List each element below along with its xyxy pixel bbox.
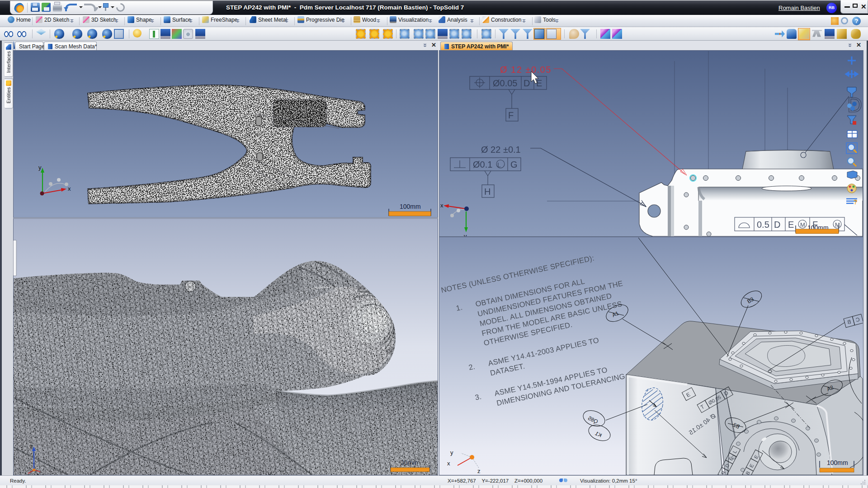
svg-text:L: L: [497, 161, 501, 169]
svg-text:0.5: 0.5: [757, 220, 769, 230]
svg-text:x: x: [447, 460, 450, 467]
svg-text:Ø0.05: Ø0.05: [493, 78, 517, 88]
svg-text:E: E: [788, 220, 794, 230]
svg-text:Ø 12 ±0.05: Ø 12 ±0.05: [500, 65, 552, 75]
svg-text:y: y: [38, 164, 42, 171]
svg-text:z: z: [477, 468, 481, 474]
svg-text:D: D: [524, 78, 530, 88]
svg-text:M: M: [800, 221, 805, 228]
svg-text:G: G: [510, 160, 518, 169]
svg-text:?: ?: [854, 198, 858, 206]
svg-text:x: x: [440, 202, 443, 209]
svg-text:H: H: [484, 187, 491, 197]
svg-text:M: M: [835, 221, 840, 228]
svg-text:v: v: [464, 233, 467, 236]
svg-text:Ø 22 ±0.1: Ø 22 ±0.1: [481, 145, 521, 155]
svg-text:E: E: [536, 78, 542, 88]
svg-text:D: D: [774, 220, 780, 230]
svg-text:y: y: [450, 449, 453, 456]
svg-text:z: z: [30, 443, 33, 450]
svg-text:100mm: 100mm: [400, 203, 421, 210]
svg-text:20mm: 20mm: [401, 459, 418, 466]
svg-text:100mm: 100mm: [827, 459, 848, 466]
svg-text:x: x: [68, 185, 71, 192]
svg-text:F: F: [508, 110, 514, 120]
svg-text:Ø0.1: Ø0.1: [473, 160, 492, 169]
